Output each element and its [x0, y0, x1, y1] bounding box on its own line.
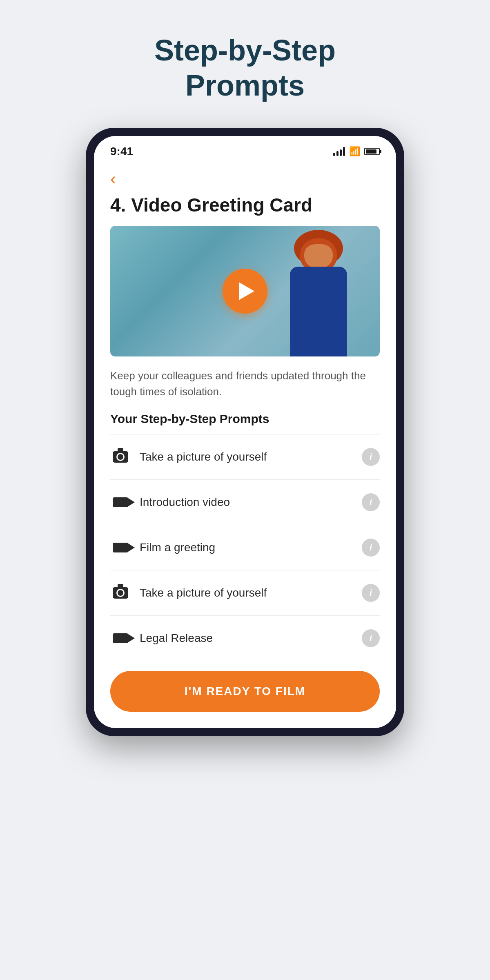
- prompt-label: Introduction video: [140, 496, 362, 509]
- prompt-label: Take a picture of yourself: [140, 450, 362, 463]
- video-description: Keep your colleagues and friends updated…: [110, 368, 380, 400]
- camera-icon: [110, 583, 131, 603]
- list-item[interactable]: Legal Release i: [110, 616, 380, 661]
- page-title: Step-by-Step Prompts: [154, 33, 336, 103]
- prompt-list: Take a picture of yourself i Introductio…: [110, 434, 380, 661]
- status-bar: 9:41 📶: [94, 136, 396, 162]
- play-triangle-icon: [239, 282, 254, 300]
- prompt-label: Legal Release: [140, 632, 362, 645]
- video-thumbnail[interactable]: [110, 226, 380, 356]
- status-icons: 📶: [333, 146, 380, 157]
- list-item[interactable]: Introduction video i: [110, 480, 380, 525]
- phone-frame: 9:41 📶 ‹ 4. Video Greeting Card: [86, 128, 404, 736]
- play-button[interactable]: [223, 269, 267, 314]
- list-item[interactable]: Film a greeting i: [110, 525, 380, 570]
- ready-to-film-button[interactable]: I'M READY TO FILM: [110, 671, 380, 712]
- app-content: ‹ 4. Video Greeting Card Kee: [94, 162, 396, 661]
- screen-title: 4. Video Greeting Card: [110, 194, 380, 216]
- info-button[interactable]: i: [362, 493, 380, 511]
- phone-screen: 9:41 📶 ‹ 4. Video Greeting Card: [94, 136, 396, 728]
- video-camera-icon: [110, 537, 131, 558]
- video-camera-icon: [110, 492, 131, 512]
- prompt-label: Film a greeting: [140, 541, 362, 554]
- info-button[interactable]: i: [362, 539, 380, 557]
- video-person-illustration: [270, 238, 368, 356]
- info-button[interactable]: i: [362, 629, 380, 647]
- video-camera-icon: [110, 628, 131, 648]
- camera-icon: [110, 447, 131, 467]
- battery-icon: [364, 148, 380, 155]
- list-item[interactable]: Take a picture of yourself i: [110, 434, 380, 480]
- wifi-icon: 📶: [349, 146, 360, 157]
- section-heading: Your Step-by-Step Prompts: [110, 412, 380, 426]
- signal-bars-icon: [333, 147, 345, 156]
- status-time: 9:41: [110, 145, 133, 158]
- prompt-label: Take a picture of yourself: [140, 586, 362, 599]
- cta-container: I'M READY TO FILM: [94, 661, 396, 728]
- back-button[interactable]: ‹: [110, 170, 116, 187]
- list-item[interactable]: Take a picture of yourself i: [110, 570, 380, 616]
- info-button[interactable]: i: [362, 584, 380, 602]
- info-button[interactable]: i: [362, 448, 380, 466]
